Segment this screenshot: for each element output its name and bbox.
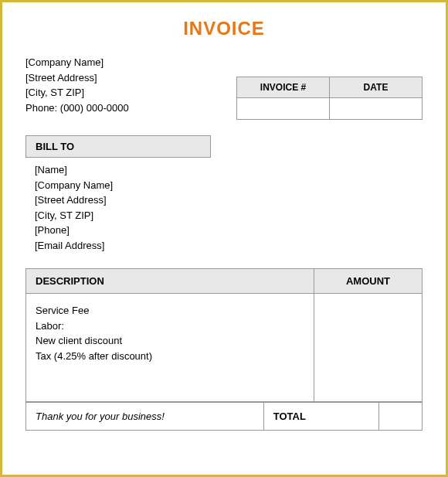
line-item-1: Service Fee [36, 303, 304, 319]
items-table: DESCRIPTION AMOUNT Service Fee Labor: Ne… [25, 268, 423, 402]
bill-to-email: [Email Address] [35, 238, 423, 254]
footer-table: Thank you for your business! TOTAL [25, 402, 423, 431]
description-cell: Service Fee Labor: New client discount T… [26, 294, 314, 402]
bill-to-company: [Company Name] [35, 178, 423, 193]
total-value [379, 403, 423, 431]
invoice-number-header: INVOICE # [237, 77, 330, 98]
date-header: DATE [330, 77, 423, 98]
line-item-3: New client discount [36, 333, 304, 349]
bill-to-phone: [Phone] [35, 223, 423, 238]
invoice-title: INVOICE [25, 18, 423, 39]
bill-to-street: [Street Address] [35, 193, 423, 208]
date-cell [330, 98, 423, 120]
bill-to-city: [City, ST ZIP] [35, 208, 423, 223]
company-info: [Company Name] [Street Address] [City, S… [25, 55, 129, 115]
company-city: [City, ST ZIP] [25, 85, 129, 101]
bill-to-info: [Name] [Company Name] [Street Address] [… [25, 162, 423, 253]
bill-to-header: BILL TO [25, 135, 211, 158]
thank-you-message: Thank you for your business! [26, 403, 264, 431]
amount-cell [314, 294, 423, 402]
company-name: [Company Name] [25, 55, 129, 70]
invoice-meta-table: INVOICE # DATE [236, 77, 423, 120]
line-item-4: Tax (4.25% after discount) [36, 349, 304, 364]
top-section: [Company Name] [Street Address] [City, S… [25, 55, 423, 120]
bill-to-name: [Name] [35, 162, 423, 178]
amount-header: AMOUNT [314, 269, 423, 294]
company-street: [Street Address] [25, 70, 129, 86]
invoice-number-cell [237, 98, 330, 120]
company-phone: Phone: (000) 000-0000 [25, 101, 129, 116]
line-item-2: Labor: [36, 319, 304, 334]
total-label: TOTAL [263, 403, 379, 431]
description-header: DESCRIPTION [26, 269, 314, 294]
